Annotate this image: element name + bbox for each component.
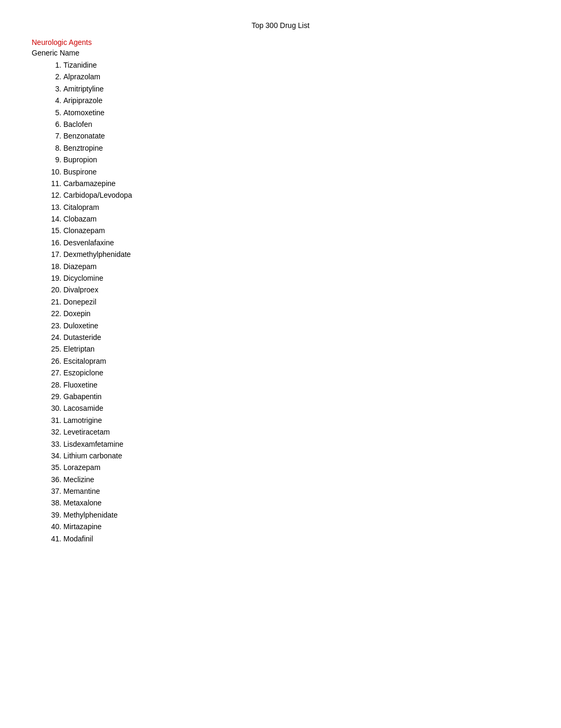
list-item: Clobazam [63,213,529,225]
list-item: Divalproex [63,284,529,296]
list-item: Lisdexamfetamine [63,438,529,450]
list-item: Methylphenidate [63,509,529,521]
list-item: Memantine [63,485,529,497]
list-item: Baclofen [63,118,529,130]
list-item: Aripiprazole [63,95,529,106]
list-item: Alprazolam [63,71,529,82]
list-item: Atomoxetine [63,107,529,118]
list-item: Levetiracetam [63,426,529,438]
section-subheading: Generic Name [32,49,529,57]
list-item: Citalopram [63,201,529,213]
list-item: Gabapentin [63,391,529,402]
list-item: Dutasteride [63,331,529,343]
list-item: Doxepin [63,308,529,319]
drug-list: TizanidineAlprazolamAmitriptylineAripipr… [63,59,529,545]
list-item: Benztropine [63,142,529,154]
list-item: Escitalopram [63,355,529,367]
list-item: Modafinil [63,533,529,545]
list-item: Amitriptyline [63,83,529,95]
list-item: Lacosamide [63,402,529,414]
list-item: Dexmethylphenidate [63,248,529,260]
list-item: Fluoxetine [63,379,529,391]
list-item: Duloxetine [63,320,529,331]
list-item: Meclizine [63,474,529,485]
section-heading: Neurologic Agents [32,38,529,47]
list-item: Tizanidine [63,59,529,71]
list-item: Lamotrigine [63,414,529,426]
list-item: Donepezil [63,296,529,308]
list-item: Bupropion [63,154,529,165]
list-item: Dicyclomine [63,272,529,284]
list-item: Eszopiclone [63,367,529,379]
list-item: Carbidopa/Levodopa [63,189,529,201]
list-item: Eletriptan [63,343,529,355]
list-item: Lithium carbonate [63,450,529,462]
list-item: Lorazepam [63,462,529,473]
list-item: Clonazepam [63,225,529,236]
list-item: Buspirone [63,166,529,178]
list-item: Diazepam [63,261,529,272]
list-item: Benzonatate [63,130,529,142]
list-item: Carbamazepine [63,178,529,189]
page-title: Top 300 Drug List [32,21,529,30]
list-item: Mirtazapine [63,521,529,532]
list-item: Metaxalone [63,497,529,509]
list-item: Desvenlafaxine [63,237,529,248]
